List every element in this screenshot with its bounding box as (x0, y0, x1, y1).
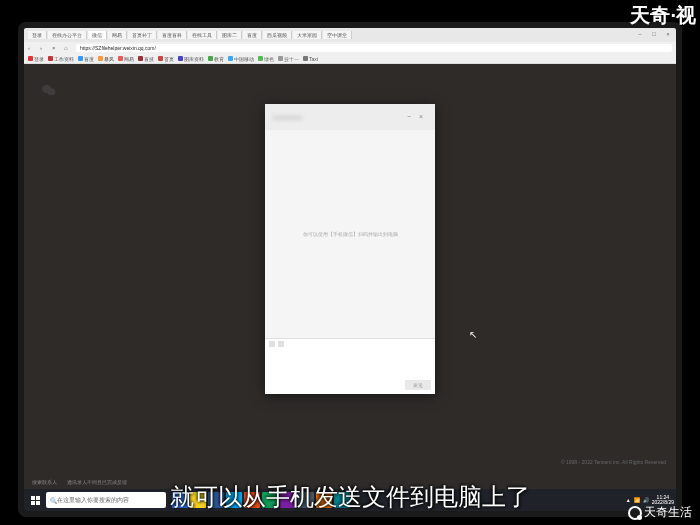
bookmark-item[interactable]: 首页 (158, 56, 174, 62)
close-tab-icon[interactable]: × (52, 45, 60, 51)
browser-tab[interactable]: 百度 (243, 31, 262, 39)
taskbar-search[interactable]: 🔍 在这里输入你要搜索的内容 (46, 492, 166, 508)
browser-tab[interactable]: 登录 (28, 31, 47, 39)
browser-tab[interactable]: 网易 (108, 31, 127, 39)
send-button[interactable]: 发送 (405, 380, 431, 390)
dialog-header: ■■■■■■ − × (265, 104, 435, 130)
attach-icon[interactable] (278, 341, 284, 347)
bookmark-item[interactable]: 绿色 (258, 56, 274, 62)
video-subtitle: 就可以从手机发送文件到电脑上了 (170, 481, 530, 513)
bookmark-item[interactable]: 图库资料 (178, 56, 204, 62)
browser-tab[interactable]: 在线办公平台 (48, 31, 87, 39)
bookmark-item[interactable]: 中国移动 (228, 56, 254, 62)
minimize-icon[interactable]: − (636, 31, 644, 39)
bottom-watermark: 天奇生活 (628, 504, 692, 521)
wifi-icon[interactable]: 📶 (634, 497, 640, 503)
monitor-frame: 登录 在线办公平台 微信 网易 首页补丁 百度百科 在线工具 图库二 百度 西瓜… (18, 22, 682, 517)
bookmark-item[interactable]: 百度 (78, 56, 94, 62)
dialog-body: 你可以使用【手机微信】扫码并输出到电脑 (265, 130, 435, 338)
dialog-hint: 你可以使用【手机微信】扫码并输出到电脑 (303, 231, 398, 237)
windows-icon (31, 496, 40, 505)
forward-icon[interactable]: › (40, 45, 48, 51)
browser-tab-bar: 登录 在线办公平台 微信 网易 首页补丁 百度百科 在线工具 图库二 百度 西瓜… (24, 28, 676, 42)
back-icon[interactable]: ‹ (28, 45, 36, 51)
browser-tab[interactable]: 百度百科 (158, 31, 187, 39)
browser-tab[interactable]: 大米家园 (293, 31, 322, 39)
search-icon: 🔍 (50, 497, 57, 504)
bookmark-bar: 登录 工作资料 百度 暴风 网易 百技 首页 图库资料 教育 中国移动 绿色 云… (24, 54, 676, 64)
wechat-icon (42, 82, 56, 94)
home-icon[interactable]: ⌂ (64, 45, 72, 51)
browser-address-bar: ‹ › × ⌂ https://SZfilehelper.weixin.qq.c… (24, 42, 676, 54)
browser-tab[interactable]: 在线工具 (188, 31, 217, 39)
browser-tab[interactable]: 空中课堂 (323, 31, 352, 39)
svg-point-1 (47, 88, 55, 95)
maximize-icon[interactable]: □ (650, 31, 658, 39)
browser-tab[interactable]: 微信 (88, 31, 107, 39)
bookmark-item[interactable]: Taxi (303, 56, 318, 62)
file-transfer-dialog: ■■■■■■ − × 你可以使用【手机微信】扫码并输出到电脑 发送 (265, 104, 435, 394)
volume-icon[interactable]: 🔊 (643, 497, 649, 503)
browser-tab[interactable]: 西瓜视频 (263, 31, 292, 39)
dialog-title: ■■■■■■ (273, 113, 302, 122)
browser-tab[interactable]: 首页补丁 (128, 31, 157, 39)
browser-tab[interactable]: 图库二 (218, 31, 242, 39)
bookmark-item[interactable]: 教育 (208, 56, 224, 62)
url-input[interactable]: https://SZfilehelper.weixin.qq.com/ (76, 44, 672, 52)
tray-icon[interactable]: ▲ (626, 497, 631, 503)
emoji-icon[interactable] (269, 341, 275, 347)
message-input-area[interactable]: 发送 (265, 338, 435, 394)
bookmark-item[interactable]: 暴风 (98, 56, 114, 62)
bookmark-item[interactable]: 工作资料 (48, 56, 74, 62)
wechat-search[interactable]: 搜索联系人 (32, 479, 57, 485)
top-watermark: 天奇·视 (630, 2, 696, 29)
mouse-cursor: ↖ (469, 329, 477, 340)
close-icon[interactable]: × (664, 31, 672, 39)
wechat-history[interactable]: 通讯录人不同且已完成反馈 (67, 479, 127, 485)
copyright-text: © 1998 - 2022 Tencent Inc. All Rights Re… (561, 459, 666, 465)
bookmark-item[interactable]: 百技 (138, 56, 154, 62)
bookmark-item[interactable]: 登录 (28, 56, 44, 62)
minimize-icon[interactable]: − (407, 113, 415, 121)
bookmark-item[interactable]: 云十一 (278, 56, 299, 62)
window-controls: − □ × (636, 31, 672, 39)
logo-icon (628, 506, 642, 520)
page-content: ■■■■■■ − × 你可以使用【手机微信】扫码并输出到电脑 发送 ↖ © 19… (24, 64, 676, 489)
close-icon[interactable]: × (419, 113, 427, 121)
bookmark-item[interactable]: 网易 (118, 56, 134, 62)
start-button[interactable] (26, 491, 44, 509)
